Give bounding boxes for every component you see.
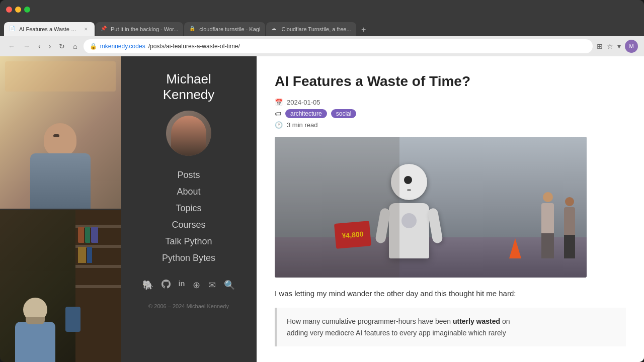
- post-intro: I was letting my mind wander the other d…: [275, 288, 626, 300]
- account-icon[interactable]: ▾: [617, 42, 621, 50]
- social-icons-bar: 🐘 in ⊕ ✉ 🔍: [142, 280, 235, 291]
- maximize-button[interactable]: [24, 7, 30, 13]
- blockquote: How many cumulative programmer-hours hav…: [275, 308, 626, 346]
- read-time: 3 min read: [287, 121, 317, 129]
- forward-button[interactable]: →: [21, 41, 32, 51]
- github-icon[interactable]: [162, 280, 171, 291]
- blog-sidebar: MichaelKennedy Posts About Topics Course…: [121, 56, 257, 362]
- traffic-lights: [6, 7, 30, 13]
- close-button[interactable]: [6, 7, 12, 13]
- home-button[interactable]: ⌂: [71, 41, 79, 51]
- tab-backlog[interactable]: 📌 Put it in the backlog - Wor...: [96, 22, 183, 36]
- date-icon: 📅: [275, 99, 283, 106]
- nav-python-bytes[interactable]: Python Bytes: [162, 251, 215, 265]
- new-tab-button[interactable]: +: [357, 23, 370, 36]
- mastodon-icon[interactable]: 🐘: [142, 280, 153, 291]
- extensions-icon[interactable]: ⊞: [597, 42, 603, 50]
- rss-icon[interactable]: ⊕: [193, 280, 200, 291]
- post-date: 2024-01-05: [287, 99, 320, 106]
- minimize-button[interactable]: [15, 7, 21, 13]
- browser-window: 📄 AI Features a Waste of Tim... ✕ 📌 Put …: [0, 0, 644, 362]
- url-domain: mkennedy.codes: [100, 43, 145, 50]
- meta-readtime-row: 🕐 3 min read: [275, 121, 626, 129]
- post-title: AI Features a Waste of Time?: [275, 72, 626, 90]
- blog-main[interactable]: AI Features a Waste of Time? 📅 2024-01-0…: [257, 56, 644, 362]
- tab-favicon-ai-features: 📄: [9, 26, 16, 33]
- blockquote-text: How many cumulative programmer-hours hav…: [287, 317, 453, 325]
- email-icon[interactable]: ✉: [208, 280, 216, 291]
- video-panel: [0, 56, 121, 362]
- tag-architecture[interactable]: architecture: [285, 109, 327, 118]
- blog-nav: Posts About Topics Courses Talk Python P…: [131, 168, 247, 265]
- address-bar: ← → ‹ › ↻ ⌂ 🔒 mkennedy.codes /posts/ai-f…: [0, 36, 644, 56]
- tab-cloudflare-kagi[interactable]: 🔒 cloudflare turnstile - Kagi: [184, 22, 265, 36]
- post-image: ¥4,800: [275, 137, 587, 278]
- history-back-button[interactable]: ‹: [36, 41, 43, 51]
- main-content: MichaelKennedy Posts About Topics Course…: [0, 56, 644, 362]
- tab-label-ai-features: AI Features a Waste of Tim...: [19, 26, 79, 32]
- tab-ai-features[interactable]: 📄 AI Features a Waste of Tim... ✕: [4, 22, 95, 36]
- clock-icon: 🕐: [275, 121, 283, 129]
- nav-courses[interactable]: Courses: [172, 218, 205, 232]
- blockquote-strong: utterly wasted: [453, 317, 500, 325]
- nav-about[interactable]: About: [177, 185, 200, 199]
- browser-pane: MichaelKennedy Posts About Topics Course…: [121, 56, 644, 362]
- video-bg-bottom: [0, 210, 121, 362]
- search-icon[interactable]: 🔍: [224, 280, 235, 291]
- video-tile-top: [0, 56, 121, 209]
- video-tile-bottom: [0, 209, 121, 362]
- tab-favicon-backlog: 📌: [101, 26, 108, 33]
- lock-icon: 🔒: [90, 43, 97, 50]
- post-meta: 📅 2024-01-05 🏷 architecture social 🕐 3 m…: [275, 99, 626, 129]
- reload-button[interactable]: ↻: [57, 41, 67, 51]
- author-name: MichaelKennedy: [163, 71, 215, 103]
- tab-label-cloudflare-kagi: cloudflare turnstile - Kagi: [199, 26, 260, 32]
- meta-date-row: 📅 2024-01-05: [275, 99, 626, 106]
- avatar-person: [171, 116, 206, 156]
- tag-icon: 🏷: [275, 110, 281, 118]
- nav-posts[interactable]: Posts: [177, 168, 200, 183]
- tab-label-backlog: Put it in the backlog - Wor...: [111, 26, 178, 32]
- back-button[interactable]: ←: [6, 41, 17, 51]
- address-bar-icons: ⊞ ☆ ▾ M: [597, 40, 638, 53]
- tab-favicon-cloudflare-kagi: 🔒: [189, 26, 196, 33]
- tag-social[interactable]: social: [331, 109, 357, 118]
- title-bar: [0, 0, 644, 19]
- author-avatar: [166, 111, 211, 156]
- robot-scene: ¥4,800: [275, 137, 587, 278]
- nav-topics[interactable]: Topics: [176, 201, 201, 216]
- history-forward-button[interactable]: ›: [47, 41, 53, 51]
- tab-cloudflare-free[interactable]: ☁ Cloudflare Turnstile, a free...: [266, 22, 356, 36]
- tabs-bar: 📄 AI Features a Waste of Tim... ✕ 📌 Put …: [0, 19, 644, 36]
- linkedin-icon[interactable]: in: [179, 280, 185, 291]
- nav-talk-python[interactable]: Talk Python: [165, 234, 212, 249]
- meta-tags-row: 🏷 architecture social: [275, 109, 626, 118]
- bookmark-icon[interactable]: ☆: [607, 42, 613, 50]
- profile-button[interactable]: M: [625, 40, 638, 53]
- tab-close-ai-features[interactable]: ✕: [83, 26, 90, 33]
- video-bg-top: [0, 56, 121, 209]
- tab-label-cloudflare-free: Cloudflare Turnstile, a free...: [281, 26, 351, 32]
- copyright-text: © 2006 – 2024 Michael Kennedy: [148, 303, 229, 309]
- tab-favicon-cloudflare-free: ☁: [271, 26, 278, 33]
- url-bar[interactable]: 🔒 mkennedy.codes /posts/ai-features-a-wa…: [84, 39, 593, 53]
- url-path: /posts/ai-features-a-waste-of-time/: [148, 43, 240, 50]
